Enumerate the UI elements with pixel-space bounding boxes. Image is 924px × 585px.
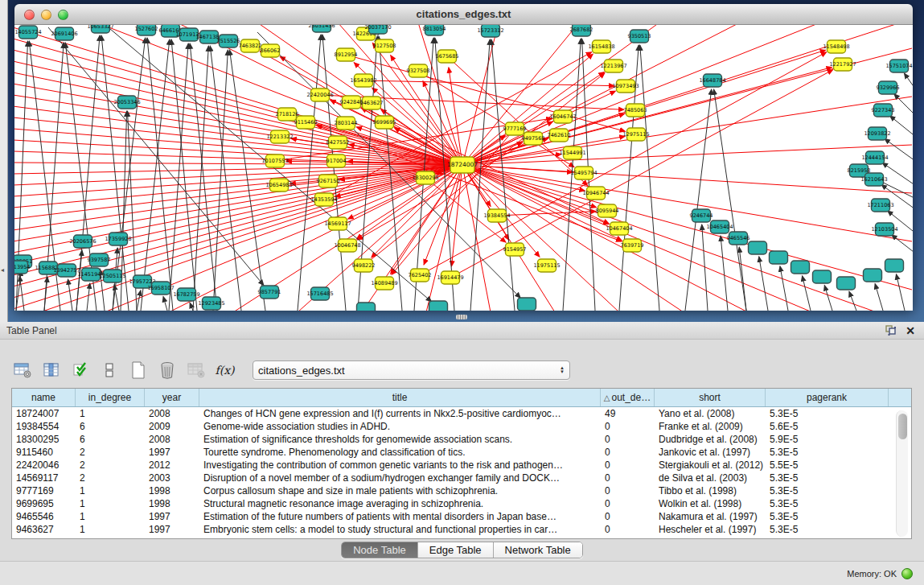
- network-node[interactable]: 12213322: [266, 130, 293, 143]
- network-node[interactable]: [518, 298, 536, 311]
- network-node[interactable]: 9463627: [360, 97, 384, 109]
- network-node[interactable]: 9127508: [373, 39, 396, 52]
- column-header-in_degree[interactable]: in_degree: [76, 389, 145, 406]
- float-panel-icon[interactable]: [884, 324, 898, 337]
- panel-splitter-grip[interactable]: [456, 315, 467, 319]
- function-builder-icon[interactable]: f(x): [214, 359, 236, 381]
- tab-node-table[interactable]: Node Table: [342, 542, 418, 558]
- network-node[interactable]: 14089489: [371, 277, 397, 290]
- network-node[interactable]: 16543982: [350, 74, 376, 87]
- network-node[interactable]: 20037170: [364, 25, 391, 34]
- network-node[interactable]: 9227343: [872, 104, 895, 117]
- network-node[interactable]: [885, 259, 904, 272]
- network-canvas[interactable]: 1872400714226063912750889129541654398222…: [14, 25, 913, 311]
- network-node[interactable]: 9313954: [14, 261, 30, 274]
- network-node[interactable]: 11548498: [823, 40, 849, 53]
- network-node[interactable]: 17359928: [105, 233, 131, 245]
- tab-edge-table[interactable]: Edge Table: [418, 542, 494, 558]
- network-node[interactable]: 12505115: [99, 270, 125, 282]
- table-row[interactable]: 1456911722003Disruption of a novel membe…: [12, 472, 911, 484]
- network-node[interactable]: 16210643: [860, 173, 887, 186]
- network-node[interactable]: 16914479: [437, 271, 463, 284]
- column-header-pagerank[interactable]: pagerank: [766, 389, 889, 406]
- network-node[interactable]: 9497568: [522, 132, 545, 145]
- network-node[interactable]: 9329966: [877, 81, 900, 94]
- network-node[interactable]: 10973493: [612, 80, 639, 93]
- network-node[interactable]: 9115460: [294, 116, 318, 129]
- network-node[interactable]: 9857791: [258, 286, 281, 299]
- network-node[interactable]: 7462610: [548, 129, 571, 142]
- window-titlebar[interactable]: citations_edges.txt: [14, 4, 913, 25]
- scrollbar-thumb[interactable]: [898, 414, 907, 439]
- network-node[interactable]: 9465546: [727, 232, 750, 245]
- delete-table-icon[interactable]: [185, 359, 207, 381]
- network-node[interactable]: 7485063: [624, 104, 647, 117]
- network-node[interactable]: 866062: [261, 44, 281, 57]
- network-node[interactable]: [791, 261, 810, 274]
- delete-trash-icon[interactable]: [156, 359, 178, 381]
- network-node[interactable]: 14353594: [310, 193, 337, 206]
- network-node[interactable]: 20053346: [113, 96, 140, 109]
- table-vertical-scrollbar[interactable]: [896, 410, 908, 537]
- network-node[interactable]: [813, 270, 832, 283]
- table-row[interactable]: 2242004622012Investigating the contribut…: [12, 459, 911, 472]
- network-node[interactable]: 19384554: [483, 209, 510, 222]
- select-all-icon[interactable]: [69, 359, 91, 381]
- network-node[interactable]: 16958107: [147, 282, 174, 295]
- network-node[interactable]: 15723312: [477, 25, 503, 37]
- column-header-short[interactable]: short: [655, 389, 766, 406]
- network-node[interactable]: 917004: [326, 154, 347, 167]
- network-node[interactable]: 14569117: [324, 217, 351, 230]
- network-node[interactable]: 5675685: [436, 50, 459, 63]
- network-hub-node[interactable]: 18724007: [447, 157, 478, 173]
- column-header-title[interactable]: title: [199, 389, 601, 406]
- network-node[interactable]: 16046747: [549, 110, 576, 123]
- network-node[interactable]: 12213967: [600, 60, 626, 72]
- network-node[interactable]: 9777169: [503, 122, 527, 135]
- network-node[interactable]: 7463822: [239, 39, 262, 52]
- network-view-window[interactable]: citations_edges.txt 18724007142260639127…: [14, 4, 913, 311]
- network-node[interactable]: 22420046: [306, 89, 333, 101]
- network-node[interactable]: [357, 303, 376, 311]
- network-node[interactable]: 20691406: [51, 27, 77, 40]
- network-node[interactable]: 2687682: [570, 25, 593, 36]
- table-row[interactable]: 977716911998Corpus callosum shape and si…: [12, 484, 911, 497]
- network-node[interactable]: 23031436: [308, 25, 335, 32]
- network-node[interactable]: 14055724: [14, 26, 41, 39]
- network-node[interactable]: 8813054: [423, 25, 446, 35]
- tab-network-table[interactable]: Network Table: [494, 542, 582, 558]
- close-panel-icon[interactable]: ✕: [903, 324, 918, 337]
- network-node[interactable]: 10946744: [582, 187, 609, 200]
- network-node[interactable]: 12217927: [829, 58, 856, 71]
- network-node[interactable]: 17211063: [867, 199, 893, 212]
- network-node[interactable]: 9397587: [88, 253, 111, 266]
- network-node[interactable]: 9350513: [628, 30, 651, 43]
- network-node[interactable]: [864, 269, 882, 282]
- network-node[interactable]: 13942757: [53, 264, 80, 277]
- column-header-year[interactable]: year: [145, 389, 199, 406]
- network-node[interactable]: 1527602: [135, 25, 158, 35]
- network-node[interactable]: 2718126: [276, 108, 299, 121]
- network-node[interactable]: 10465404: [706, 220, 733, 233]
- network-node[interactable]: 8427552: [326, 136, 350, 149]
- network-node[interactable]: 12923485: [198, 297, 224, 310]
- rows-icon[interactable]: [98, 359, 120, 381]
- network-node[interactable]: 11975115: [533, 259, 560, 272]
- network-node[interactable]: 9246744: [690, 209, 713, 222]
- network-node[interactable]: 9267150: [317, 175, 340, 187]
- network-node[interactable]: 18300295: [412, 171, 438, 184]
- network-node[interactable]: 11544991: [559, 146, 585, 159]
- table-row[interactable]: 911546021997Tourette syndrome. Phenomeno…: [12, 446, 911, 459]
- network-node[interactable]: 9154957: [503, 243, 527, 256]
- network-node[interactable]: 12103504: [871, 223, 897, 236]
- network-node[interactable]: [770, 251, 788, 264]
- gutter-collapse-handle[interactable]: ◂: [1, 266, 7, 275]
- network-node[interactable]: 15495794: [570, 167, 597, 179]
- network-node[interactable]: 20206576: [69, 235, 96, 248]
- table-row[interactable]: 946362711997Embryonic stem cells: a mode…: [12, 523, 911, 536]
- new-table-icon[interactable]: [127, 359, 149, 381]
- table-row[interactable]: 1830029562008Estimation of significance …: [12, 433, 911, 446]
- network-node[interactable]: 7515526: [217, 35, 240, 47]
- table-row[interactable]: 1872400712008Changes of HCN gene express…: [12, 407, 911, 420]
- network-node[interactable]: [837, 277, 856, 290]
